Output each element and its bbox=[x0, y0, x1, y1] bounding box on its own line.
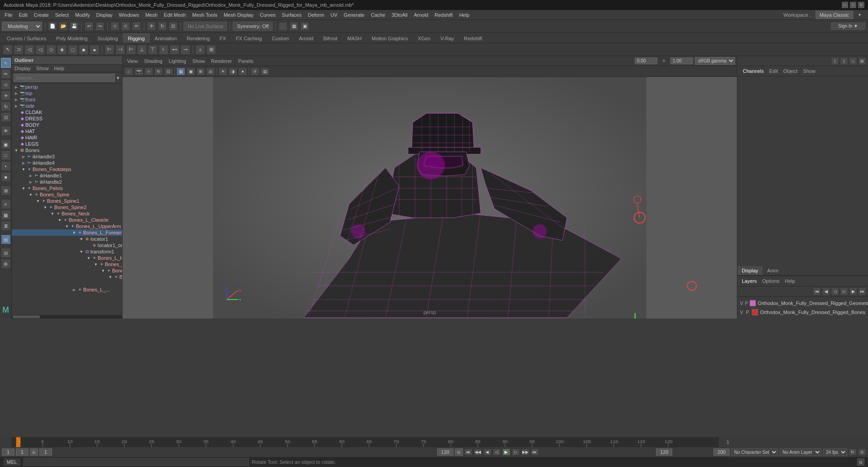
tab-xgen[interactable]: XGen bbox=[413, 33, 435, 43]
layer-nav-last[interactable]: ⏭ bbox=[858, 287, 866, 295]
symmetry-button[interactable]: Symmetry: Off bbox=[233, 22, 273, 31]
menu-curves[interactable]: Curves bbox=[257, 11, 278, 19]
tree-item-front[interactable]: ▶ 📷 front bbox=[12, 96, 122, 103]
vert-sel-button[interactable]: • bbox=[1, 161, 11, 171]
start-frame-input[interactable] bbox=[2, 448, 14, 456]
tree-item-bones-l2[interactable]: ▼ ✦ Bones_L_... bbox=[12, 261, 122, 267]
tree-item-ikhandle4[interactable]: ▶ ⊢ ikHandle4 bbox=[12, 160, 122, 166]
select-tool[interactable]: ⊹ bbox=[110, 22, 119, 31]
tree-item-ikhandle1[interactable]: ▶ ⊢ ikHandle1 bbox=[12, 172, 122, 179]
tab-fx-caching[interactable]: FX Caching bbox=[231, 33, 267, 43]
shelf-extra[interactable]: ⊞ bbox=[206, 45, 216, 55]
tab-arnold[interactable]: Arnold bbox=[294, 33, 318, 43]
rotate-tool[interactable]: ↻ bbox=[158, 22, 167, 31]
mel-label[interactable]: MEL bbox=[4, 458, 20, 466]
scale-button[interactable]: ⊡ bbox=[1, 112, 11, 122]
open-button[interactable]: 📂 bbox=[59, 22, 68, 31]
vp-menu-shading[interactable]: Shading bbox=[142, 57, 165, 65]
lasso-sel-button[interactable]: ⊂ bbox=[1, 80, 11, 90]
paint-sel-button[interactable]: ✏ bbox=[1, 69, 11, 79]
scale-tool[interactable]: ⊡ bbox=[169, 22, 178, 31]
shelf-ik3[interactable]: ⊥ bbox=[137, 45, 147, 55]
tab-bifrost[interactable]: Bifrost bbox=[318, 33, 342, 43]
shelf-vert[interactable]: ● bbox=[90, 45, 99, 55]
lasso-tool[interactable]: ⊂ bbox=[121, 22, 130, 31]
menu-surfaces[interactable]: Surfaces bbox=[279, 11, 304, 19]
gamma-select[interactable]: sRGB gamma Linear bbox=[695, 57, 735, 65]
tree-item-hair[interactable]: ◆ HAIR bbox=[12, 134, 122, 141]
tree-item-side[interactable]: ▶ 📷 side bbox=[12, 103, 122, 109]
render-start-input[interactable] bbox=[39, 448, 52, 456]
options-menu-item[interactable]: Options bbox=[760, 277, 782, 285]
shelf-ik5[interactable]: ⊦ bbox=[159, 45, 169, 55]
tab-redshift[interactable]: Redshift bbox=[459, 33, 487, 43]
prev-key-button[interactable]: ◀◀ bbox=[474, 448, 482, 456]
layer-nav-next2[interactable]: ▶ bbox=[849, 287, 857, 295]
tree-item-cloak[interactable]: ◆ CLOAK bbox=[12, 109, 122, 115]
tree-item-b5[interactable]: ✦ B... bbox=[12, 280, 122, 286]
next-key-button[interactable]: ▶▶ bbox=[521, 448, 529, 456]
layer-nav-prev2[interactable]: ◁ bbox=[831, 287, 839, 295]
tree-item-top[interactable]: ▶ 📷 top bbox=[12, 90, 122, 96]
menu-arnold[interactable]: Arnold bbox=[411, 11, 431, 19]
end-frame-input[interactable] bbox=[437, 448, 453, 456]
edge-sel-button[interactable]: □ bbox=[1, 150, 11, 160]
vp-menu-renderer[interactable]: Renderer bbox=[208, 57, 235, 65]
tab-mash[interactable]: MASH bbox=[342, 33, 367, 43]
outliner-menu-display[interactable]: Display bbox=[12, 65, 33, 72]
attr-editor-button[interactable]: ⊟ bbox=[1, 248, 11, 258]
vp-shadow-btn[interactable]: ◑ bbox=[228, 67, 237, 76]
menu-cache[interactable]: Cache bbox=[368, 11, 388, 19]
range-input1[interactable] bbox=[656, 448, 672, 456]
shelf-sel6[interactable]: ◈ bbox=[57, 45, 67, 55]
camera-tool1[interactable]: 🎥 bbox=[278, 22, 288, 31]
vp-light-btn[interactable]: ☀ bbox=[218, 67, 227, 76]
play-back-button[interactable]: ◁ bbox=[493, 448, 501, 456]
tab-object[interactable]: Object bbox=[780, 67, 800, 75]
layer-nav-next[interactable]: ▷ bbox=[840, 287, 848, 295]
shelf-obj[interactable]: □ bbox=[68, 45, 78, 55]
tree-item-ikhandle2[interactable]: ▶ ⊢ ikHandle2 bbox=[12, 179, 122, 185]
outliner-menu-help[interactable]: Help bbox=[52, 65, 67, 72]
vp-xray-btn[interactable]: ◎ bbox=[206, 67, 215, 76]
shelf-plus[interactable]: + bbox=[195, 45, 205, 55]
tab-motion-graphics[interactable]: Motion Graphics bbox=[367, 33, 413, 43]
render-seq-button[interactable]: ▣ bbox=[300, 22, 309, 31]
go-end-button[interactable]: ⏭ bbox=[531, 448, 539, 456]
tree-item-persp[interactable]: ▶ 📷 persp bbox=[12, 84, 122, 90]
tree-item-locator1-orien[interactable]: ⊕ locator1_orien bbox=[12, 242, 122, 248]
gamma-input1[interactable] bbox=[635, 57, 657, 64]
vp-hud-btn[interactable]: ▤ bbox=[260, 67, 269, 76]
fps-select[interactable]: 24 fps 30 fps bbox=[823, 448, 847, 456]
step-fwd-button[interactable]: ▷ bbox=[512, 448, 520, 456]
shelf-skin[interactable]: ⊷ bbox=[170, 45, 179, 55]
workspace-value[interactable]: Maya Classic bbox=[816, 11, 853, 19]
menu-edit[interactable]: Edit bbox=[16, 11, 30, 19]
outliner-button[interactable]: ≣ bbox=[1, 221, 11, 231]
redo-button[interactable]: ↪ bbox=[95, 22, 104, 31]
tab-custom[interactable]: Custom bbox=[267, 33, 294, 43]
shelf-face[interactable]: ■ bbox=[79, 45, 89, 55]
tree-item-bones-l-end[interactable]: ▶ ✦ Bones_L_... bbox=[12, 286, 122, 293]
rotate-button[interactable]: ↻ bbox=[1, 101, 11, 111]
tree-item-legs[interactable]: ◆ LEGS bbox=[12, 141, 122, 147]
tree-item-bones[interactable]: ▼ ⊞ Bones bbox=[12, 147, 122, 153]
menu-select[interactable]: Select bbox=[52, 11, 72, 19]
menu-modify[interactable]: Modify bbox=[72, 11, 92, 19]
layer-item-geometry[interactable]: V P Orthodox_Monk_Fully_Dressed_Rigged_G… bbox=[737, 299, 868, 308]
outliner-scrollbar[interactable] bbox=[13, 315, 40, 318]
tree-item-bon4[interactable]: ▼ ✦ Bon... bbox=[12, 274, 122, 280]
maximize-button[interactable]: □ bbox=[850, 2, 856, 8]
save-button[interactable]: 💾 bbox=[70, 22, 79, 31]
tab-sculpting[interactable]: Sculpting bbox=[93, 33, 123, 43]
shelf-select[interactable]: ↖ bbox=[3, 45, 13, 55]
layer-v-geometry[interactable]: V bbox=[740, 301, 743, 306]
vp-home-btn[interactable]: ⌂ bbox=[124, 67, 133, 76]
current-frame-input[interactable] bbox=[16, 448, 28, 456]
char-set-select[interactable]: No Character Set bbox=[731, 448, 778, 456]
shelf-soft-sel[interactable]: ◁ bbox=[35, 45, 45, 55]
vp-shaded-btn[interactable]: ▣ bbox=[186, 67, 195, 76]
layer-button[interactable]: ≡ bbox=[1, 199, 11, 209]
tab-anim[interactable]: Anim bbox=[763, 266, 783, 275]
menu-windows[interactable]: Windows bbox=[116, 11, 142, 19]
